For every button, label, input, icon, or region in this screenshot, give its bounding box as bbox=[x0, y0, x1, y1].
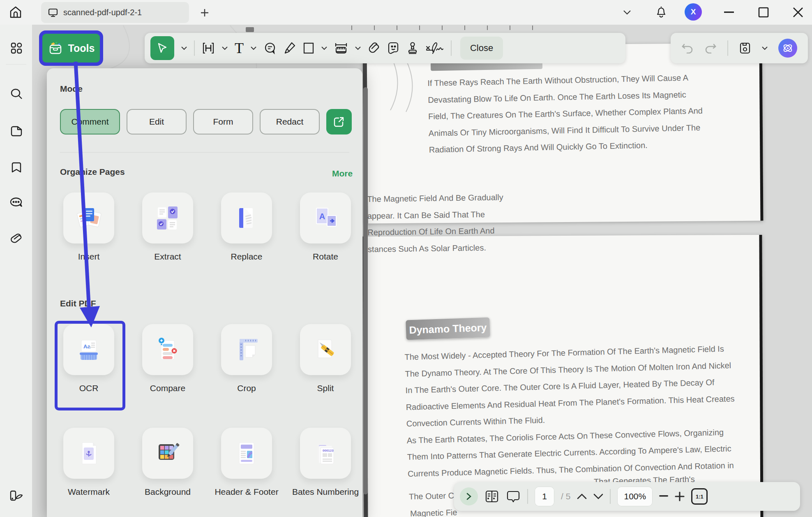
page-total: / 5 bbox=[561, 491, 570, 501]
svg-text:A: A bbox=[319, 212, 325, 221]
organize-more-link[interactable]: More bbox=[332, 169, 353, 179]
expand-button[interactable] bbox=[460, 487, 478, 505]
tile-rotate[interactable]: A Rotate bbox=[286, 192, 365, 263]
heading-tool-button[interactable] bbox=[202, 42, 215, 55]
zoom-out-button[interactable] bbox=[659, 495, 668, 498]
close-window-button[interactable] bbox=[789, 4, 807, 21]
mode-form-button[interactable]: Form bbox=[193, 109, 253, 134]
page2-fragment: Magnetic Fie bbox=[410, 504, 457, 517]
maximize-button[interactable] bbox=[754, 4, 773, 21]
new-tab-button[interactable] bbox=[196, 5, 213, 21]
book-view-button[interactable] bbox=[484, 489, 499, 503]
mode-comment-button[interactable]: Comment bbox=[60, 109, 120, 134]
measure-tool-button[interactable] bbox=[334, 42, 348, 55]
tile-replace[interactable]: Replace bbox=[207, 192, 286, 263]
sidebar-item-reader[interactable] bbox=[9, 489, 23, 503]
next-page-button[interactable] bbox=[593, 494, 603, 499]
bottombar-divider bbox=[610, 489, 611, 504]
shape-tool-button[interactable] bbox=[303, 42, 314, 54]
sidebar-item-attachments[interactable] bbox=[9, 232, 23, 246]
sidebar-item-pages[interactable] bbox=[9, 124, 23, 138]
sticker-tool-button[interactable] bbox=[387, 42, 399, 55]
chevron-down-icon bbox=[623, 10, 631, 15]
mode-buttons: Comment Edit Form Redact bbox=[60, 109, 352, 134]
attach-tool-button[interactable] bbox=[368, 42, 380, 55]
edit-tiles-row2: Watermark Background bbox=[49, 428, 365, 498]
tile-bates-numbering[interactable]: 000123 Bates Numbering bbox=[286, 428, 365, 498]
tile-watermark[interactable]: Watermark bbox=[49, 428, 128, 498]
pencil-tool-button[interactable] bbox=[284, 42, 296, 55]
shape-tool-chevron[interactable] bbox=[321, 46, 327, 50]
tab-title: scanned-pdf-updf-2-1 bbox=[63, 8, 142, 17]
text-tool-button[interactable]: T bbox=[235, 41, 244, 56]
close-panel-button[interactable]: Close bbox=[460, 37, 503, 60]
tools-button[interactable]: Tools bbox=[42, 34, 100, 63]
tabs-list-button[interactable] bbox=[620, 6, 634, 19]
select-tool-button[interactable] bbox=[150, 36, 174, 60]
measure-icon bbox=[334, 42, 348, 55]
measure-tool-chevron[interactable] bbox=[355, 46, 361, 50]
tile-crop[interactable]: Crop bbox=[207, 324, 286, 394]
comment-tool-button[interactable] bbox=[263, 42, 277, 55]
present-button[interactable] bbox=[506, 490, 521, 503]
sidebar-item-thumbnails[interactable] bbox=[9, 41, 23, 55]
panel-scrollbar[interactable] bbox=[363, 87, 368, 494]
tile-label: Crop bbox=[237, 382, 256, 394]
external-link-icon bbox=[333, 116, 345, 128]
signature-icon bbox=[426, 41, 444, 55]
home-button[interactable] bbox=[6, 2, 25, 22]
notifications-button[interactable] bbox=[653, 3, 670, 21]
page-navigation-toolbar: 1 / 5 100% 1:1 bbox=[454, 482, 800, 511]
tile-compare[interactable]: Compare bbox=[128, 324, 207, 394]
heading-tool-chevron[interactable] bbox=[222, 46, 228, 50]
ai-assistant-button[interactable] bbox=[778, 39, 797, 58]
toolbar-divider bbox=[727, 40, 728, 56]
page2-fragment: The Outer C bbox=[408, 487, 454, 505]
avatar[interactable]: X bbox=[685, 3, 702, 21]
tile-split[interactable]: Split bbox=[286, 324, 365, 394]
sidebar-item-bookmarks[interactable] bbox=[9, 160, 23, 174]
mode-redact-button[interactable]: Redact bbox=[260, 109, 320, 134]
undo-button[interactable] bbox=[681, 43, 694, 53]
text-tool-chevron[interactable] bbox=[251, 46, 256, 50]
save-button[interactable] bbox=[739, 42, 751, 55]
sidebar-item-comments[interactable] bbox=[9, 196, 23, 210]
page-number-input[interactable]: 1 bbox=[535, 487, 554, 506]
file-actions-toolbar bbox=[671, 33, 808, 63]
document-tab[interactable]: scanned-pdf-updf-2-1 bbox=[41, 2, 189, 23]
tile-insert[interactable]: Insert bbox=[49, 192, 128, 263]
select-tool-chevron[interactable] bbox=[181, 46, 187, 50]
signature-tool-button[interactable] bbox=[426, 41, 444, 55]
tile-label: Background bbox=[145, 486, 191, 498]
minimize-button[interactable] bbox=[720, 5, 738, 20]
tile-background[interactable]: Background bbox=[128, 428, 207, 498]
comments-icon bbox=[9, 197, 23, 209]
home-icon bbox=[9, 5, 23, 19]
bottombar-divider bbox=[527, 489, 528, 504]
pages-icon bbox=[10, 125, 23, 137]
comment-bubble-icon bbox=[263, 42, 277, 55]
zoom-level-display[interactable]: 100% bbox=[617, 487, 653, 506]
fit-label: 1:1 bbox=[696, 494, 704, 500]
save-chevron[interactable] bbox=[762, 46, 768, 50]
open-in-new-window-button[interactable] bbox=[326, 109, 352, 134]
mode-edit-button[interactable]: Edit bbox=[127, 109, 187, 134]
redo-icon bbox=[704, 43, 717, 53]
maximize-icon bbox=[758, 7, 769, 18]
avatar-letter: X bbox=[691, 7, 696, 16]
panel-divider bbox=[60, 152, 349, 153]
insert-illustration bbox=[76, 206, 102, 230]
stamp-tool-button[interactable] bbox=[406, 42, 419, 55]
tile-header-footer[interactable]: Header & Footer bbox=[207, 428, 286, 498]
minimize-icon bbox=[724, 12, 734, 13]
sidebar-item-search[interactable] bbox=[9, 87, 23, 101]
page1-clipped-line: appear. It Can Be Said That The bbox=[367, 206, 504, 224]
actual-size-button[interactable]: 1:1 bbox=[691, 488, 708, 505]
redo-button[interactable] bbox=[704, 43, 717, 53]
previous-page-button[interactable] bbox=[577, 494, 587, 499]
zoom-in-button[interactable] bbox=[675, 491, 685, 501]
sticker-icon bbox=[387, 42, 399, 55]
tile-extract[interactable]: Extract bbox=[128, 192, 207, 263]
tile-label: Split bbox=[317, 382, 334, 394]
undo-icon bbox=[681, 43, 694, 53]
